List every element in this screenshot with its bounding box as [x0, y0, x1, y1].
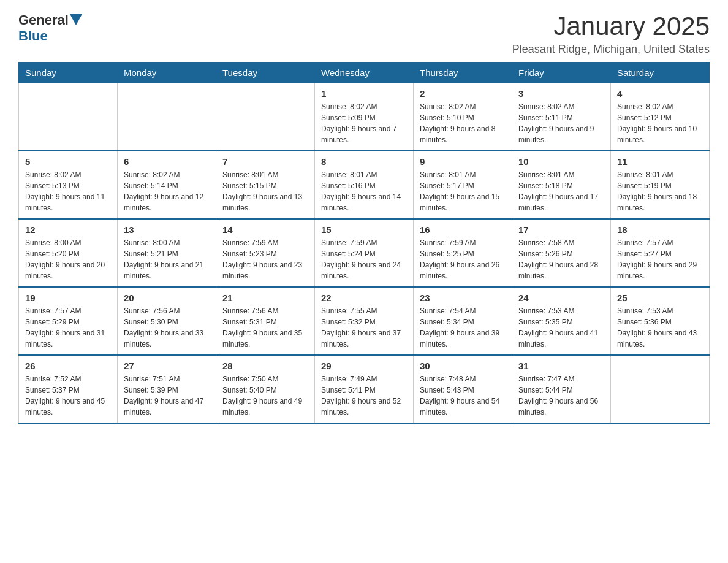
calendar-day-cell: 14Sunrise: 7:59 AM Sunset: 5:23 PM Dayli…	[216, 219, 315, 287]
day-number: 10	[518, 156, 604, 167]
day-number: 18	[617, 224, 703, 235]
day-number: 9	[420, 156, 506, 167]
day-sun-info: Sunrise: 8:02 AM Sunset: 5:10 PM Dayligh…	[420, 101, 506, 145]
day-number: 14	[222, 224, 308, 235]
calendar-week-row: 12Sunrise: 8:00 AM Sunset: 5:20 PM Dayli…	[19, 219, 710, 287]
calendar-week-row: 19Sunrise: 7:57 AM Sunset: 5:29 PM Dayli…	[19, 287, 710, 355]
day-number: 22	[321, 293, 407, 303]
calendar-week-row: 1Sunrise: 8:02 AM Sunset: 5:09 PM Daylig…	[19, 83, 710, 151]
day-sun-info: Sunrise: 7:53 AM Sunset: 5:36 PM Dayligh…	[617, 305, 703, 350]
day-sun-info: Sunrise: 7:57 AM Sunset: 5:29 PM Dayligh…	[25, 305, 111, 350]
day-of-week-header: Saturday	[611, 63, 710, 83]
calendar-day-cell: 12Sunrise: 8:00 AM Sunset: 5:20 PM Dayli…	[19, 219, 118, 287]
day-sun-info: Sunrise: 7:48 AM Sunset: 5:43 PM Dayligh…	[420, 373, 506, 418]
calendar-day-cell: 8Sunrise: 8:01 AM Sunset: 5:16 PM Daylig…	[315, 151, 414, 219]
day-sun-info: Sunrise: 8:02 AM Sunset: 5:13 PM Dayligh…	[25, 169, 111, 213]
day-of-week-header: Tuesday	[216, 63, 315, 83]
day-sun-info: Sunrise: 7:58 AM Sunset: 5:26 PM Dayligh…	[518, 237, 604, 282]
calendar-day-cell: 3Sunrise: 8:02 AM Sunset: 5:11 PM Daylig…	[512, 83, 611, 151]
calendar-day-cell: 24Sunrise: 7:53 AM Sunset: 5:35 PM Dayli…	[512, 287, 611, 355]
day-sun-info: Sunrise: 7:57 AM Sunset: 5:27 PM Dayligh…	[617, 237, 703, 282]
calendar-day-cell: 7Sunrise: 8:01 AM Sunset: 5:15 PM Daylig…	[216, 151, 315, 219]
day-number: 19	[25, 293, 111, 303]
calendar-day-cell: 21Sunrise: 7:56 AM Sunset: 5:31 PM Dayli…	[216, 287, 315, 355]
day-sun-info: Sunrise: 7:53 AM Sunset: 5:35 PM Dayligh…	[518, 305, 604, 350]
day-sun-info: Sunrise: 7:47 AM Sunset: 5:44 PM Dayligh…	[518, 373, 604, 418]
day-sun-info: Sunrise: 8:02 AM Sunset: 5:09 PM Dayligh…	[321, 101, 407, 145]
calendar-day-cell: 20Sunrise: 7:56 AM Sunset: 5:30 PM Dayli…	[118, 287, 216, 355]
day-sun-info: Sunrise: 7:49 AM Sunset: 5:41 PM Dayligh…	[321, 373, 407, 418]
day-sun-info: Sunrise: 8:00 AM Sunset: 5:21 PM Dayligh…	[124, 237, 210, 282]
title-section: January 2025 Pleasant Ridge, Michigan, U…	[512, 12, 710, 56]
day-number: 6	[124, 156, 210, 167]
day-number: 7	[222, 156, 308, 167]
day-sun-info: Sunrise: 7:50 AM Sunset: 5:40 PM Dayligh…	[222, 373, 308, 418]
day-number: 21	[222, 293, 308, 303]
logo: General Blue	[18, 12, 82, 44]
day-number: 8	[321, 156, 407, 167]
calendar-day-cell: 2Sunrise: 8:02 AM Sunset: 5:10 PM Daylig…	[414, 83, 512, 151]
calendar-day-cell: 25Sunrise: 7:53 AM Sunset: 5:36 PM Dayli…	[611, 287, 710, 355]
calendar-day-cell: 6Sunrise: 8:02 AM Sunset: 5:14 PM Daylig…	[118, 151, 216, 219]
day-of-week-header: Friday	[512, 63, 611, 83]
calendar-day-cell: 11Sunrise: 8:01 AM Sunset: 5:19 PM Dayli…	[611, 151, 710, 219]
day-sun-info: Sunrise: 7:56 AM Sunset: 5:31 PM Dayligh…	[222, 305, 308, 350]
day-of-week-header: Thursday	[414, 63, 512, 83]
calendar-day-cell: 5Sunrise: 8:02 AM Sunset: 5:13 PM Daylig…	[19, 151, 118, 219]
calendar-day-cell: 16Sunrise: 7:59 AM Sunset: 5:25 PM Dayli…	[414, 219, 512, 287]
day-number: 25	[617, 293, 703, 303]
day-of-week-header: Monday	[118, 63, 216, 83]
day-number: 23	[420, 293, 506, 303]
day-number: 4	[617, 88, 703, 99]
day-sun-info: Sunrise: 8:01 AM Sunset: 5:15 PM Dayligh…	[222, 169, 308, 213]
calendar-day-cell	[19, 83, 118, 151]
calendar-day-cell: 23Sunrise: 7:54 AM Sunset: 5:34 PM Dayli…	[414, 287, 512, 355]
day-of-week-header: Sunday	[19, 63, 118, 83]
day-number: 15	[321, 224, 407, 235]
day-number: 26	[25, 361, 111, 371]
calendar-header-row: SundayMondayTuesdayWednesdayThursdayFrid…	[19, 63, 710, 83]
day-number: 20	[124, 293, 210, 303]
day-number: 16	[420, 224, 506, 235]
calendar-day-cell: 17Sunrise: 7:58 AM Sunset: 5:26 PM Dayli…	[512, 219, 611, 287]
day-sun-info: Sunrise: 7:55 AM Sunset: 5:32 PM Dayligh…	[321, 305, 407, 350]
calendar-day-cell: 10Sunrise: 8:01 AM Sunset: 5:18 PM Dayli…	[512, 151, 611, 219]
calendar-day-cell: 22Sunrise: 7:55 AM Sunset: 5:32 PM Dayli…	[315, 287, 414, 355]
month-title: January 2025	[512, 12, 710, 40]
day-number: 2	[420, 88, 506, 99]
day-number: 1	[321, 88, 407, 99]
calendar-day-cell	[216, 83, 315, 151]
day-sun-info: Sunrise: 8:00 AM Sunset: 5:20 PM Dayligh…	[25, 237, 111, 282]
day-number: 29	[321, 361, 407, 371]
day-sun-info: Sunrise: 7:54 AM Sunset: 5:34 PM Dayligh…	[420, 305, 506, 350]
calendar-day-cell: 26Sunrise: 7:52 AM Sunset: 5:37 PM Dayli…	[19, 355, 118, 423]
day-number: 30	[420, 361, 506, 371]
day-of-week-header: Wednesday	[315, 63, 414, 83]
calendar-week-row: 5Sunrise: 8:02 AM Sunset: 5:13 PM Daylig…	[19, 151, 710, 219]
day-sun-info: Sunrise: 7:56 AM Sunset: 5:30 PM Dayligh…	[124, 305, 210, 350]
day-number: 3	[518, 88, 604, 99]
day-sun-info: Sunrise: 8:02 AM Sunset: 5:11 PM Dayligh…	[518, 101, 604, 145]
day-number: 27	[124, 361, 210, 371]
calendar-day-cell: 4Sunrise: 8:02 AM Sunset: 5:12 PM Daylig…	[611, 83, 710, 151]
day-number: 31	[518, 361, 604, 371]
day-sun-info: Sunrise: 8:01 AM Sunset: 5:16 PM Dayligh…	[321, 169, 407, 213]
calendar-day-cell: 30Sunrise: 7:48 AM Sunset: 5:43 PM Dayli…	[414, 355, 512, 423]
calendar-day-cell: 15Sunrise: 7:59 AM Sunset: 5:24 PM Dayli…	[315, 219, 414, 287]
calendar-day-cell: 31Sunrise: 7:47 AM Sunset: 5:44 PM Dayli…	[512, 355, 611, 423]
calendar-day-cell: 1Sunrise: 8:02 AM Sunset: 5:09 PM Daylig…	[315, 83, 414, 151]
calendar-day-cell: 9Sunrise: 8:01 AM Sunset: 5:17 PM Daylig…	[414, 151, 512, 219]
location-title: Pleasant Ridge, Michigan, United States	[512, 43, 710, 56]
logo-general-text: General	[18, 12, 69, 28]
logo-triangle-icon	[70, 14, 82, 25]
day-sun-info: Sunrise: 7:59 AM Sunset: 5:24 PM Dayligh…	[321, 237, 407, 282]
day-sun-info: Sunrise: 8:02 AM Sunset: 5:12 PM Dayligh…	[617, 101, 703, 145]
day-sun-info: Sunrise: 7:52 AM Sunset: 5:37 PM Dayligh…	[25, 373, 111, 418]
calendar-day-cell: 13Sunrise: 8:00 AM Sunset: 5:21 PM Dayli…	[118, 219, 216, 287]
day-number: 13	[124, 224, 210, 235]
day-number: 5	[25, 156, 111, 167]
day-number: 11	[617, 156, 703, 167]
day-sun-info: Sunrise: 8:01 AM Sunset: 5:19 PM Dayligh…	[617, 169, 703, 213]
calendar-day-cell: 27Sunrise: 7:51 AM Sunset: 5:39 PM Dayli…	[118, 355, 216, 423]
logo-blue-text: Blue	[18, 28, 48, 44]
